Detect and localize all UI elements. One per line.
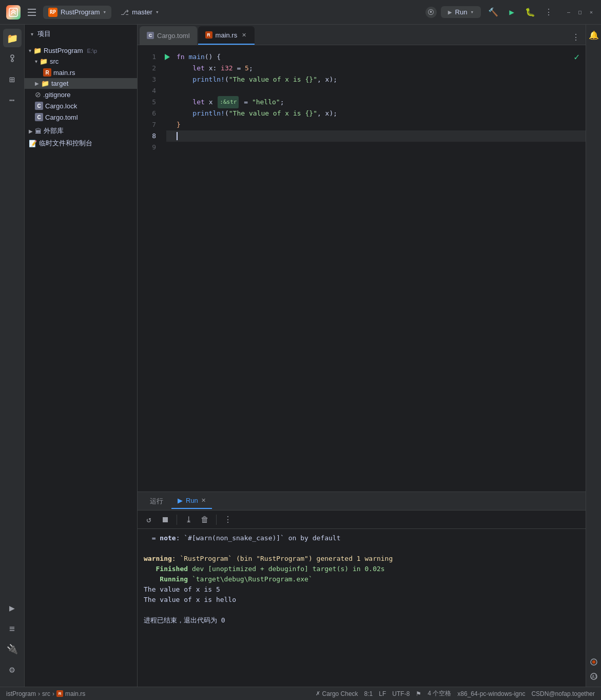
folder-icon-root: 📁: [33, 47, 42, 54]
ln-4: 4: [152, 85, 156, 97]
scratch-icon: 📝: [29, 140, 37, 147]
code-editor[interactable]: 1 2 3 4 5 6 7 8 9 ✓: [138, 45, 586, 491]
tab-cargotoml-label: Cargo.toml: [157, 32, 190, 40]
rerun-button[interactable]: ↺: [142, 513, 156, 527]
project-panel: ▾ 项目 ▾ 📁 RustProgram E:\p ▾ 📁 src R main…: [25, 25, 138, 687]
token-colon2: :: [212, 63, 221, 74]
token-comma6: ,: [317, 108, 325, 119]
more-options-button[interactable]: ⋮: [221, 513, 235, 527]
svg-text:AI: AI: [592, 674, 597, 679]
token-type-badge: :&str: [218, 96, 239, 108]
run-gutter-indicator[interactable]: [162, 51, 172, 63]
git-no-push-icon: ⚑: [416, 690, 421, 697]
build-icon[interactable]: 🔨: [485, 4, 501, 21]
file-tree: ▾ 📁 RustProgram E:\p ▾ 📁 src R main.rs ▶…: [25, 43, 137, 687]
clear-button[interactable]: 🗑: [198, 513, 212, 527]
project-dropdown-icon: ▾: [103, 9, 107, 15]
project-selector[interactable]: RP RustProgram ▾: [43, 6, 111, 19]
tree-item-mainrs[interactable]: R main.rs: [25, 67, 137, 78]
branch-name: master: [132, 8, 152, 16]
hamburger-menu[interactable]: [25, 5, 39, 20]
svg-point-5: [592, 661, 595, 664]
sidebar-item-vcs[interactable]: [3, 49, 22, 68]
terminal-output[interactable]: = note: `#[warn(non_snake_case)]` on by …: [138, 529, 586, 687]
bottom-tab-close-btn[interactable]: ✕: [201, 497, 206, 504]
code-line-2: let x : i32 = 5 ;: [166, 63, 586, 74]
tab-mainrs-close[interactable]: ✕: [240, 31, 247, 39]
status-platform[interactable]: x86_64-pc-windows-ignc: [457, 690, 525, 697]
git-ignore-icon: ⊘: [35, 90, 41, 99]
sidebar-item-run-bottom[interactable]: ▶: [3, 598, 22, 617]
branch-dropdown-icon: ▾: [156, 9, 159, 15]
token-hello: "hello": [252, 97, 280, 108]
tree-item-target[interactable]: ▶ 📁 target: [25, 78, 137, 89]
tree-item-external-libs[interactable]: ▶ 🏛 外部库: [25, 125, 137, 137]
titlebar: RP RustProgram ▾ ⎇ master ▾ ⦿ ▶ Run ▾ 🔨 …: [0, 0, 601, 25]
tree-item-cargolock[interactable]: C Cargo.lock: [25, 100, 137, 111]
tree-path-hint: E:\p: [87, 48, 98, 54]
token-let5: let: [192, 97, 204, 108]
stop-button[interactable]: ⏹: [158, 513, 172, 527]
bottom-tab-output[interactable]: ▶ Run ✕: [171, 494, 212, 509]
close-button[interactable]: ✕: [588, 9, 595, 16]
debug-icon[interactable]: 🐛: [522, 4, 538, 21]
tree-item-cargotoml[interactable]: C Cargo.toml: [25, 111, 137, 123]
watermark-label: CSDN@nofap.together: [531, 690, 595, 697]
sidebar-item-settings[interactable]: ⚙: [3, 660, 22, 678]
app-logo: [6, 5, 21, 20]
maximize-button[interactable]: □: [576, 9, 584, 16]
cargotoml-icon: C: [35, 113, 43, 121]
token-rparen6: );: [329, 108, 337, 119]
target-expand-icon: ▶: [35, 81, 39, 86]
more-actions-icon[interactable]: ⋮: [540, 4, 557, 21]
play-icon[interactable]: ▶: [503, 4, 520, 21]
token-semi2: ;: [249, 63, 253, 74]
breadcrumb-file: main.rs: [65, 690, 85, 697]
sidebar-item-project[interactable]: 📁: [3, 29, 22, 47]
code-content[interactable]: ✓ fn main () { let: [162, 45, 586, 491]
file-ok-checkmark: ✓: [574, 51, 579, 62]
tree-item-gitignore[interactable]: ⊘ .gitignore: [25, 89, 137, 100]
tree-item-rustprogram[interactable]: ▾ 📁 RustProgram E:\p: [25, 45, 137, 56]
sidebar-item-more[interactable]: ⋯: [3, 90, 22, 109]
tree-label-target: target: [51, 80, 68, 87]
token-comma3: ,: [317, 74, 325, 85]
cargotoml-tab-icon: C: [147, 32, 154, 39]
status-git-icon[interactable]: ⚑: [416, 690, 421, 697]
cargo-check-label: Cargo Check: [322, 690, 358, 697]
tab-more-button[interactable]: ⋮: [568, 29, 584, 45]
status-indent[interactable]: 4 个空格: [428, 689, 451, 698]
token-println3: println!: [192, 74, 225, 85]
term-line-warning: warning: `RustProgram` (bin "RustProgram…: [144, 554, 579, 564]
term-line-exit: 进程已结束，退出代码为 0: [144, 615, 579, 626]
status-encoding[interactable]: UTF-8: [392, 690, 410, 697]
code-line-3: println! ( "The value of x is {}" , x );: [166, 74, 586, 85]
tree-item-src[interactable]: ▾ 📁 src: [25, 56, 137, 67]
run-button[interactable]: ▶ Run ▾: [441, 6, 481, 18]
scroll-end-button[interactable]: ⤓: [181, 513, 196, 527]
panel-header-project[interactable]: ▾ 项目: [25, 25, 137, 43]
sidebar-item-services[interactable]: ≡: [3, 619, 22, 637]
status-linesep[interactable]: LF: [379, 690, 386, 697]
breadcrumb[interactable]: istProgram › src › R main.rs: [6, 690, 85, 697]
minimize-button[interactable]: —: [565, 9, 572, 16]
notifications-button[interactable]: 🔔: [588, 29, 600, 41]
sidebar-item-plugins[interactable]: 🔌: [3, 639, 22, 658]
code-line-7: }: [166, 119, 586, 130]
status-position[interactable]: 8:1: [364, 690, 373, 697]
sidebar-item-bookmarks[interactable]: ⊞: [3, 70, 22, 88]
position-label: 8:1: [364, 690, 373, 697]
ln-3: 3: [152, 74, 156, 85]
settings-right-btn[interactable]: [588, 656, 600, 668]
bottom-tab-run-label[interactable]: 运行: [144, 494, 169, 509]
tab-mainrs-label: main.rs: [216, 31, 238, 39]
tab-mainrs[interactable]: R main.rs ✕: [198, 26, 255, 45]
status-cargo-check[interactable]: ✗ Cargo Check: [316, 690, 358, 697]
token-indent3: [177, 74, 192, 85]
branch-selector[interactable]: ⎇ master ▾: [115, 6, 164, 18]
ai-assistant-btn[interactable]: AI: [588, 670, 600, 683]
token-rparen3: );: [329, 74, 337, 85]
tab-bar: C Cargo.toml R main.rs ✕ ⋮: [138, 25, 586, 45]
tree-item-scratch[interactable]: 📝 临时文件和控制台: [25, 137, 137, 149]
tab-cargotoml[interactable]: C Cargo.toml: [140, 26, 197, 45]
